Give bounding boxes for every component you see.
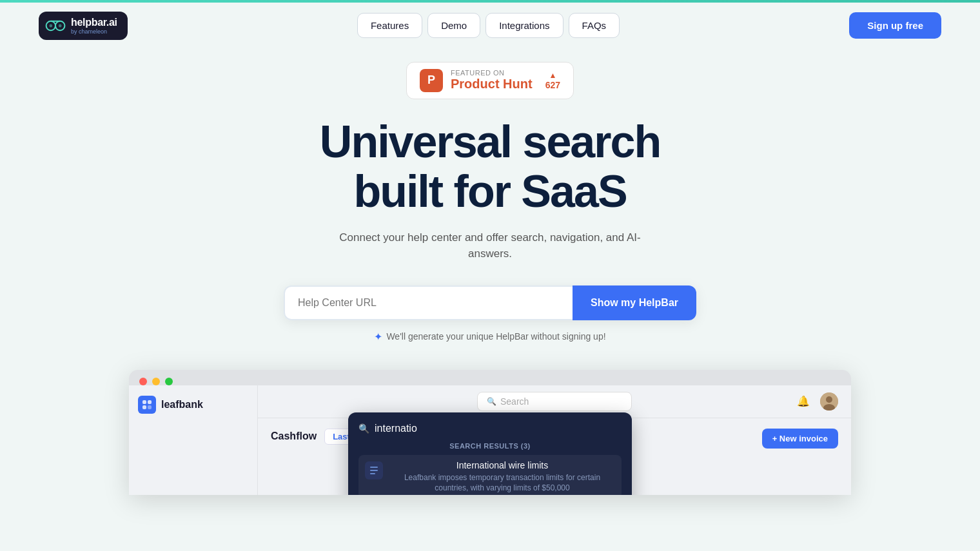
- result-title: International wire limits: [389, 460, 615, 470]
- browser-chrome: [129, 370, 851, 385]
- browser-app-content: leafbank 🔍 Search 🔔: [129, 385, 851, 495]
- app-search-placeholder: Search: [500, 396, 529, 407]
- app-search-bar[interactable]: 🔍 Search: [477, 392, 632, 411]
- app-bell-icon[interactable]: 🔔: [794, 392, 812, 411]
- show-helpbar-button[interactable]: Show my HelpBar: [573, 285, 696, 320]
- app-sidebar: leafbank: [129, 385, 258, 495]
- app-logo-name: leafbank: [161, 399, 203, 411]
- dropdown-search-icon: 🔍: [358, 423, 369, 434]
- logo-text: helpbar.ai by chameleon: [71, 17, 117, 35]
- app-search-icon: 🔍: [487, 397, 496, 406]
- generate-note-text: We'll generate your unique HelpBar witho…: [386, 331, 605, 342]
- logo-title: helpbar.ai: [71, 17, 117, 28]
- logo-icon: [45, 19, 66, 32]
- nav-faqs[interactable]: FAQs: [569, 13, 620, 38]
- browser-dot-yellow[interactable]: [152, 378, 160, 385]
- product-hunt-icon: P: [420, 69, 443, 92]
- new-invoice-button[interactable]: + New invoice: [762, 429, 838, 449]
- svg-point-3: [49, 24, 52, 27]
- result-icon-line-2: [370, 470, 378, 471]
- result-desc: Leafbank imposes temporary transaction l…: [389, 472, 615, 494]
- result-icon-lines: [370, 467, 378, 474]
- nav-links: Features Demo Integrations FAQs: [357, 13, 620, 38]
- dropdown-search-row: 🔍 internatio: [358, 423, 622, 434]
- svg-point-10: [826, 396, 832, 403]
- hero-title: Universal search built for SaaS: [320, 117, 660, 217]
- help-center-url-input[interactable]: [284, 285, 573, 320]
- ph-name: Product Hunt: [451, 77, 533, 92]
- product-hunt-badge[interactable]: P FEATURED ON Product Hunt ▲ 627: [406, 62, 574, 99]
- nav-demo[interactable]: Demo: [427, 13, 480, 38]
- nav-features[interactable]: Features: [357, 13, 422, 38]
- app-avatar[interactable]: [820, 392, 838, 411]
- hero-section: P FEATURED ON Product Hunt ▲ 627 Univers…: [0, 49, 980, 495]
- svg-rect-7: [142, 405, 146, 409]
- browser-dot-green[interactable]: [165, 378, 173, 385]
- hero-subtitle: Connect your help center and offer searc…: [322, 229, 658, 262]
- svg-rect-6: [148, 400, 152, 404]
- svg-rect-8: [148, 405, 152, 409]
- logo[interactable]: helpbar.ai by chameleon: [39, 12, 128, 40]
- generate-note: ✦ We'll generate your unique HelpBar wit…: [374, 331, 605, 343]
- svg-point-4: [59, 24, 62, 27]
- url-input-row: Show my HelpBar: [284, 285, 696, 320]
- navbar: helpbar.ai by chameleon Features Demo In…: [0, 3, 980, 49]
- nav-integrations[interactable]: Integrations: [485, 13, 563, 38]
- search-dropdown: 🔍 internatio Search results (3): [348, 412, 632, 495]
- product-hunt-text: FEATURED ON Product Hunt: [451, 69, 533, 92]
- logo-subtitle: by chameleon: [71, 28, 117, 35]
- signup-button[interactable]: Sign up free: [849, 12, 941, 39]
- result-text-block: International wire limits Leafbank impos…: [389, 460, 615, 494]
- app-main-area: 🔍 Search 🔔: [258, 385, 851, 495]
- ph-featured-label: FEATURED ON: [451, 69, 505, 77]
- browser-dot-red[interactable]: [139, 378, 147, 385]
- dropdown-section-label: Search results (3): [358, 442, 622, 450]
- ph-votes: ▲ 627: [545, 71, 560, 90]
- hero-title-line2: built for SaaS: [353, 166, 626, 217]
- svg-rect-5: [142, 400, 146, 404]
- demo-browser: leafbank 🔍 Search 🔔: [129, 370, 851, 495]
- cashflow-title: Cashflow: [271, 430, 317, 442]
- app-logo-row: leafbank: [138, 396, 248, 414]
- result-icon-line-1: [370, 467, 378, 468]
- ph-vote-count: 627: [545, 80, 560, 90]
- sparkle-icon: ✦: [374, 331, 382, 343]
- search-result-item[interactable]: International wire limits Leafbank impos…: [358, 455, 622, 495]
- result-icon-box: [365, 461, 383, 479]
- dropdown-query-text: internatio: [375, 423, 417, 434]
- ph-arrow-icon: ▲: [549, 71, 556, 80]
- hero-title-line1: Universal search: [320, 117, 660, 167]
- app-logo-icon: [138, 396, 156, 414]
- result-icon-line-3: [370, 473, 375, 474]
